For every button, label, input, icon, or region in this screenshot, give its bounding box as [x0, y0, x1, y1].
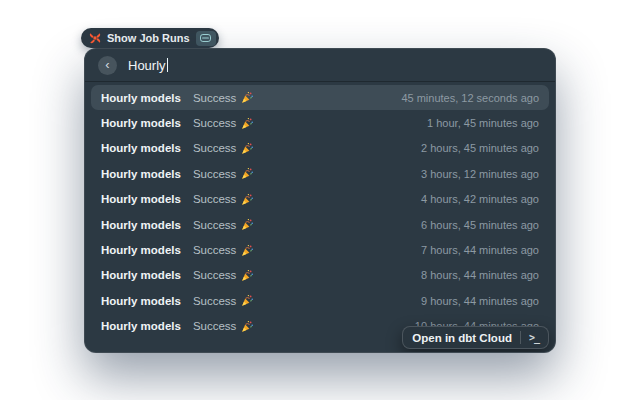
status-text: Success	[193, 320, 236, 332]
terminal-prompt-icon: >_	[529, 332, 539, 343]
status-text: Success	[193, 117, 236, 129]
command-palette-window: ‹ Hourly Hourly models Success	[84, 48, 556, 353]
job-status: Success	[193, 193, 254, 206]
job-status: Success	[193, 320, 254, 333]
command-title: Show Job Runs	[107, 32, 190, 44]
job-name: Hourly models	[101, 117, 181, 129]
job-status: Success	[193, 91, 254, 104]
job-status: Success	[193, 269, 254, 282]
job-status: Success	[193, 294, 254, 307]
status-text: Success	[193, 295, 236, 307]
status-text: Success	[193, 92, 236, 104]
run-timestamp: 2 hours, 45 minutes ago	[421, 142, 539, 154]
job-run-row[interactable]: Hourly models Success 6 hours, 45 minute…	[91, 212, 549, 237]
job-status: Success	[193, 167, 254, 180]
party-popper-icon	[241, 142, 254, 155]
hud-key-badge	[196, 31, 216, 46]
primary-action-hint[interactable]: Open in dbt Cloud >_	[402, 326, 549, 349]
job-name: Hourly models	[101, 295, 181, 307]
job-name: Hourly models	[101, 168, 181, 180]
party-popper-icon	[241, 294, 254, 307]
run-timestamp: 8 hours, 44 minutes ago	[421, 269, 539, 281]
job-name: Hourly models	[101, 193, 181, 205]
job-run-row[interactable]: Hourly models Success 45 minutes, 12 sec…	[91, 85, 549, 110]
run-timestamp: 45 minutes, 12 seconds ago	[401, 92, 539, 104]
run-timestamp: 9 hours, 44 minutes ago	[421, 295, 539, 307]
status-text: Success	[193, 142, 236, 154]
command-hud-pill: Show Job Runs	[81, 28, 219, 48]
party-popper-icon	[241, 218, 254, 231]
job-run-row[interactable]: Hourly models Success 7 hours, 44 minute…	[91, 237, 549, 262]
job-run-row[interactable]: Hourly models Success 4 hours, 42 minute…	[91, 187, 549, 212]
run-timestamp: 4 hours, 42 minutes ago	[421, 193, 539, 205]
run-timestamp: 7 hours, 44 minutes ago	[421, 244, 539, 256]
run-timestamp: 1 hour, 45 minutes ago	[427, 117, 539, 129]
job-run-row[interactable]: Hourly models Success 9 hours, 44 minute…	[91, 288, 549, 313]
job-name: Hourly models	[101, 92, 181, 104]
job-run-row[interactable]: Hourly models Success 8 hours, 44 minute…	[91, 263, 549, 288]
party-popper-icon	[241, 193, 254, 206]
status-text: Success	[193, 244, 236, 256]
dbt-logo-icon	[89, 32, 101, 44]
job-run-row[interactable]: Hourly models Success 1 hour, 45 minutes…	[91, 110, 549, 135]
action-label: Open in dbt Cloud	[412, 332, 512, 344]
job-name: Hourly models	[101, 142, 181, 154]
status-text: Success	[193, 219, 236, 231]
job-status: Success	[193, 142, 254, 155]
job-status: Success	[193, 117, 254, 130]
job-name: Hourly models	[101, 320, 181, 332]
chevron-left-icon: ‹	[105, 58, 109, 71]
job-status: Success	[193, 244, 254, 257]
job-run-row[interactable]: Hourly models Success 3 hours, 12 minute…	[91, 161, 549, 186]
status-text: Success	[193, 193, 236, 205]
party-popper-icon	[241, 91, 254, 104]
job-run-list: Hourly models Success 45 minutes, 12 sec…	[85, 82, 555, 340]
party-popper-icon	[241, 269, 254, 282]
job-status: Success	[193, 218, 254, 231]
run-timestamp: 6 hours, 45 minutes ago	[421, 219, 539, 231]
search-value: Hourly	[128, 58, 166, 73]
hint-divider	[520, 331, 521, 344]
search-input[interactable]: Hourly	[128, 58, 168, 73]
text-caret	[167, 58, 169, 72]
job-name: Hourly models	[101, 244, 181, 256]
job-name: Hourly models	[101, 219, 181, 231]
search-bar: ‹ Hourly	[85, 49, 555, 82]
party-popper-icon	[241, 244, 254, 257]
status-text: Success	[193, 168, 236, 180]
party-popper-icon	[241, 117, 254, 130]
party-popper-icon	[241, 167, 254, 180]
status-text: Success	[193, 269, 236, 281]
back-button[interactable]: ‹	[98, 56, 117, 75]
party-popper-icon	[241, 320, 254, 333]
job-name: Hourly models	[101, 269, 181, 281]
key-badge-icon	[200, 34, 211, 42]
job-run-row[interactable]: Hourly models Success 2 hours, 45 minute…	[91, 136, 549, 161]
run-timestamp: 3 hours, 12 minutes ago	[421, 168, 539, 180]
